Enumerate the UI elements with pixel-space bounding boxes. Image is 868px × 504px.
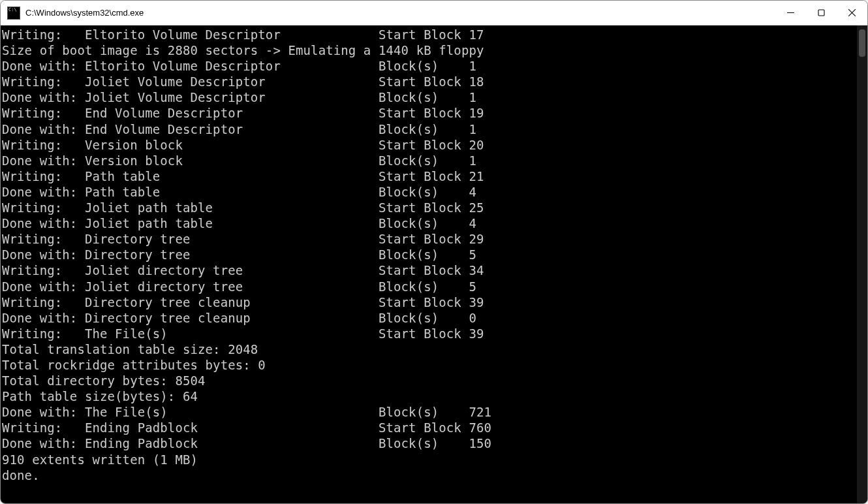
window-controls	[775, 1, 867, 25]
terminal-area: Writing: Eltorito Volume Descriptor Star…	[1, 25, 867, 503]
maximize-button[interactable]	[806, 1, 837, 25]
terminal-output: Writing: Eltorito Volume Descriptor Star…	[2, 27, 857, 483]
window-title: C:\Windows\system32\cmd.exe	[25, 8, 775, 18]
minimize-button[interactable]	[775, 1, 806, 25]
titlebar[interactable]: C:\Windows\system32\cmd.exe	[1, 1, 867, 25]
scrollbar[interactable]	[857, 25, 867, 503]
cmd-icon	[7, 7, 20, 20]
terminal[interactable]: Writing: Eltorito Volume Descriptor Star…	[1, 25, 857, 503]
maximize-icon	[818, 9, 825, 16]
minimize-icon	[787, 9, 794, 16]
close-button[interactable]	[837, 1, 867, 25]
scrollbar-thumb[interactable]	[859, 29, 865, 57]
svg-rect-1	[818, 10, 824, 16]
close-icon	[848, 9, 856, 16]
cmd-window: C:\Windows\system32\cmd.exe Writing: Elt…	[0, 0, 868, 504]
